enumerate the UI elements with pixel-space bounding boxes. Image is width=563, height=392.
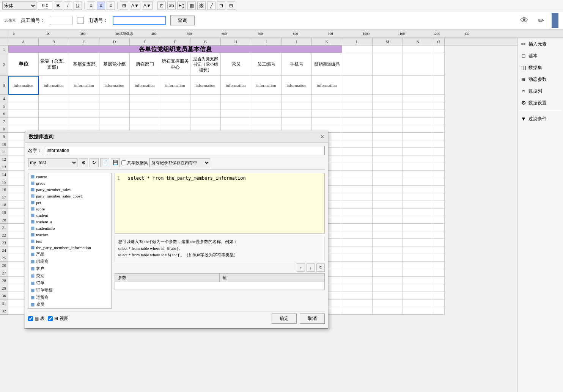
align-center-btn[interactable]: ≡ xyxy=(97,2,105,10)
refresh-db-btn[interactable]: ↻ xyxy=(90,158,99,167)
row-12[interactable]: 12 xyxy=(0,155,8,163)
cell-5-col-12[interactable] xyxy=(373,102,403,110)
cell-2-N[interactable] xyxy=(403,53,433,76)
cell-3-E[interactable]: information xyxy=(130,76,160,95)
cell-20-col-13[interactable] xyxy=(403,216,433,224)
cell-7-col-9[interactable] xyxy=(282,118,312,125)
table-item-shipper[interactable]: ▦ 运货商 xyxy=(28,294,111,301)
cell-3-O[interactable] xyxy=(433,76,445,95)
cell-4-col-3[interactable] xyxy=(99,95,130,102)
cell-22-col-12[interactable] xyxy=(373,231,403,239)
cell-1-N[interactable] xyxy=(403,45,433,53)
cell-10-col-11[interactable] xyxy=(342,140,373,148)
draw-btn[interactable]: ╱ xyxy=(207,2,215,10)
cell-5-col-7[interactable] xyxy=(221,102,251,110)
table-item-grade[interactable]: ▦ grade xyxy=(28,180,111,186)
cell-3-K[interactable]: information xyxy=(312,76,342,95)
cell-26-col-12[interactable] xyxy=(373,262,403,269)
cell-7-col-1[interactable] xyxy=(39,118,69,125)
row-5[interactable]: 5 xyxy=(0,102,8,110)
cell-header-title[interactable]: 各单位党组织党员基本信息 xyxy=(8,45,342,53)
row-27[interactable]: 27 xyxy=(0,269,8,277)
table-item-test[interactable]: ▦ test xyxy=(28,238,111,244)
checkbox-emp[interactable] xyxy=(77,17,84,24)
cell-5-col-4[interactable] xyxy=(130,102,160,110)
cell-19-col-12[interactable] xyxy=(373,209,403,216)
cell-23-col-14[interactable] xyxy=(433,239,445,246)
view-checkbox[interactable] xyxy=(48,316,53,321)
cell-18-col-13[interactable] xyxy=(403,201,433,209)
cell-10-col-14[interactable] xyxy=(433,140,445,148)
cell-8-col-14[interactable] xyxy=(433,125,445,133)
cell-32-col-12[interactable] xyxy=(373,307,403,315)
db-query-modal[interactable]: 数据库查询 × 名字： my_test ⚙ ↻ 📄 💾 共享数据集 xyxy=(25,131,328,329)
cell-4-col-6[interactable] xyxy=(190,95,221,102)
cell-28-col-12[interactable] xyxy=(373,277,403,284)
cell-5-col-9[interactable] xyxy=(282,102,312,110)
rp-data-settings[interactable]: ⚙ 数据设置 xyxy=(519,98,561,108)
table-item-employee[interactable]: ▦ 雇员 xyxy=(28,301,111,308)
cell-2-L[interactable] xyxy=(342,53,373,76)
underline-btn[interactable]: U xyxy=(74,2,82,10)
row-15[interactable]: 15 xyxy=(0,178,8,186)
table-cb-group[interactable]: ▦ 表 xyxy=(28,315,45,322)
cell-5-col-13[interactable] xyxy=(403,102,433,110)
cell-3-B[interactable]: information xyxy=(39,76,69,95)
cell-24-col-12[interactable] xyxy=(373,246,403,254)
cell-24-col-11[interactable] xyxy=(342,246,373,254)
cell-5-col-11[interactable] xyxy=(342,102,373,110)
cell-3-C[interactable]: information xyxy=(69,76,99,95)
cell-32-col-13[interactable] xyxy=(403,307,433,315)
cell-5-col-0[interactable] xyxy=(8,102,39,110)
cell-6-col-7[interactable] xyxy=(221,110,251,118)
row-7[interactable]: 7 xyxy=(0,118,8,125)
cell-10-col-12[interactable] xyxy=(373,140,403,148)
row-8[interactable]: 8 xyxy=(0,125,8,133)
cell-6-col-11[interactable] xyxy=(342,110,373,118)
cell-27-col-11[interactable] xyxy=(342,269,373,277)
row-13[interactable]: 13 xyxy=(0,163,8,171)
cell-9-col-13[interactable] xyxy=(403,133,433,140)
row-21[interactable]: 21 xyxy=(0,224,8,231)
chart-btn[interactable]: ▦ xyxy=(187,2,196,10)
settings-btn[interactable]: ⚙ xyxy=(79,158,88,167)
edit-icon-btn[interactable]: ✏ xyxy=(535,14,547,27)
table-item-party-member-sales[interactable]: ▦ party_member_sales xyxy=(28,186,111,193)
row-22[interactable]: 22 xyxy=(0,231,8,239)
table-item-teacher[interactable]: ▦ teacher xyxy=(28,231,111,238)
cell-3-D[interactable]: information xyxy=(99,76,130,95)
rp-dynamic-params[interactable]: ≋ 动态参数 xyxy=(519,75,561,84)
file-btn[interactable]: 📄 xyxy=(100,158,109,167)
cell-26-col-11[interactable] xyxy=(342,262,373,269)
cell-7-col-7[interactable] xyxy=(221,118,251,125)
cell-3-A[interactable]: information xyxy=(8,76,39,95)
cell-31-col-13[interactable] xyxy=(403,299,433,307)
confirm-btn[interactable]: 确定 xyxy=(272,314,297,324)
row-11[interactable]: 11 xyxy=(0,148,8,155)
table-item-supplier[interactable]: ▦ 供应商 xyxy=(28,258,111,265)
cell-1-L[interactable] xyxy=(342,45,373,53)
row-1[interactable]: 1 xyxy=(0,45,8,53)
cell-4-col-7[interactable] xyxy=(221,95,251,102)
table-item-product[interactable]: ▦ 产品 xyxy=(28,251,111,258)
cell-21-col-11[interactable] xyxy=(342,224,373,231)
cell-31-col-12[interactable] xyxy=(373,299,403,307)
row-26[interactable]: 26 xyxy=(0,262,8,269)
cell-6-col-13[interactable] xyxy=(403,110,433,118)
cell-29-col-11[interactable] xyxy=(342,284,373,292)
cell-9-col-14[interactable] xyxy=(433,133,445,140)
cell-22-col-11[interactable] xyxy=(342,231,373,239)
col-I[interactable]: I xyxy=(251,38,282,45)
col-E[interactable]: E xyxy=(130,38,160,45)
col-H[interactable]: H xyxy=(221,38,251,45)
table-item-order[interactable]: ▦ 订单 xyxy=(28,279,111,287)
rp-insert-element[interactable]: ✏ 插入元素 xyxy=(519,39,561,49)
row-19[interactable]: 19 xyxy=(0,209,8,216)
row-24[interactable]: 24 xyxy=(0,246,8,254)
col-K[interactable]: K xyxy=(312,38,342,45)
cell-10-col-13[interactable] xyxy=(403,140,433,148)
table-item-studentinfo[interactable]: ▦ studentinfo xyxy=(28,225,111,231)
cell-7-col-6[interactable] xyxy=(190,118,221,125)
cell-21-col-12[interactable] xyxy=(373,224,403,231)
eye-icon-btn[interactable]: 👁 xyxy=(518,14,530,27)
